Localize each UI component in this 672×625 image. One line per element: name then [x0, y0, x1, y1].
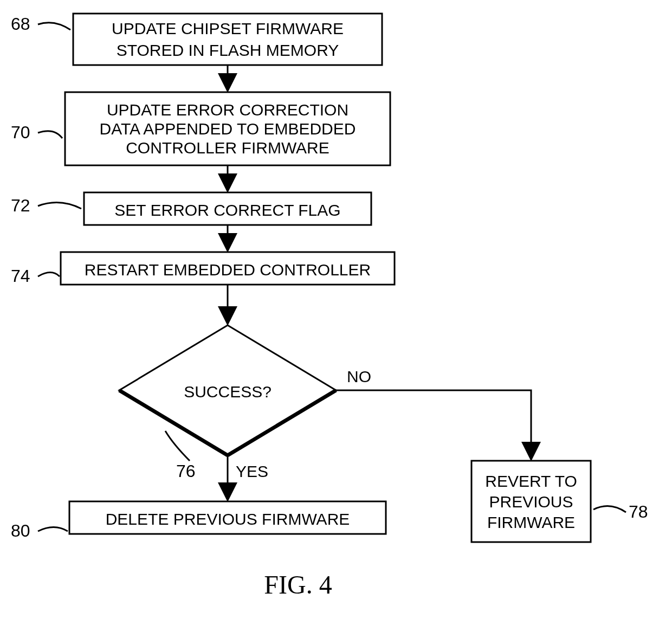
edge-76-78-no: [336, 390, 531, 458]
process-72-line1: SET ERROR CORRECT FLAG: [114, 201, 340, 219]
leader-78: [593, 506, 626, 512]
process-78-line1: REVERT TO: [485, 472, 577, 490]
leader-80: [38, 527, 68, 532]
decision-76-label: SUCCESS?: [184, 383, 272, 401]
leader-74: [38, 273, 60, 277]
ref-76: 76: [176, 461, 196, 481]
branch-no: NO: [347, 368, 371, 385]
leader-76: [165, 431, 190, 461]
leader-70: [38, 131, 62, 138]
flowchart: UPDATE CHIPSET FIRMWARE STORED IN FLASH …: [0, 0, 672, 625]
process-78-line3: FIRMWARE: [487, 513, 575, 531]
ref-72: 72: [11, 196, 30, 215]
ref-80: 80: [11, 521, 30, 540]
process-70-line3: CONTROLLER FIRMWARE: [126, 139, 329, 157]
process-70-line1: UPDATE ERROR CORRECTION: [107, 101, 348, 119]
process-68-line1: UPDATE CHIPSET FIRMWARE: [112, 20, 344, 37]
leader-72: [38, 203, 81, 209]
ref-74: 74: [11, 266, 30, 286]
ref-78: 78: [629, 502, 648, 521]
ref-70: 70: [11, 123, 30, 142]
leader-68: [38, 23, 70, 30]
branch-yes: YES: [236, 462, 268, 480]
process-74-line1: RESTART EMBEDDED CONTROLLER: [85, 261, 371, 279]
process-80-line1: DELETE PREVIOUS FIRMWARE: [106, 510, 350, 528]
ref-68: 68: [11, 14, 30, 34]
process-70-line2: DATA APPENDED TO EMBEDDED: [100, 120, 356, 138]
process-78-line2: PREVIOUS: [489, 493, 573, 511]
figure-label: FIG. 4: [264, 570, 332, 599]
process-68-line2: STORED IN FLASH MEMORY: [117, 41, 339, 59]
